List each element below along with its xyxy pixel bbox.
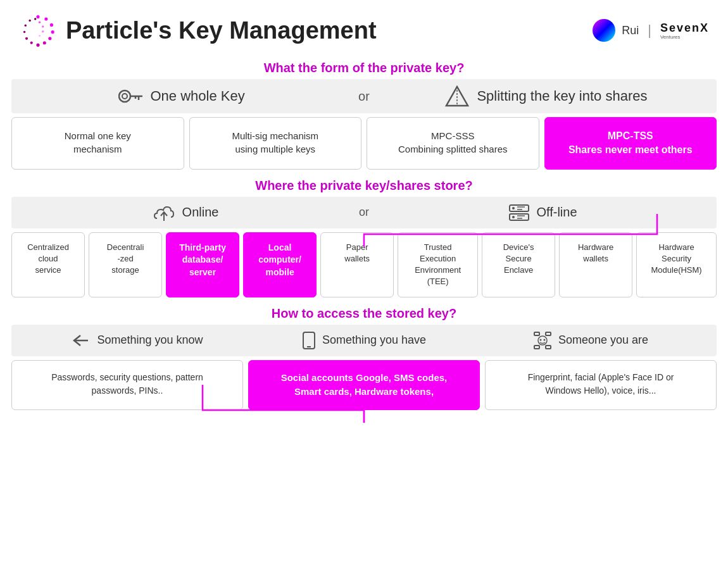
svg-point-10 [25, 25, 27, 27]
svg-rect-38 [546, 332, 551, 335]
avatar-icon [593, 19, 615, 42]
key-form-row: One whole Key or Splitting the key into … [11, 79, 717, 113]
access-are: Someone you are [477, 331, 704, 350]
svg-point-5 [43, 41, 46, 44]
page-title: Particle's Key Management [66, 17, 377, 44]
cloud-upload-icon [152, 203, 176, 222]
server-icon [508, 204, 530, 222]
svg-point-28 [512, 207, 515, 209]
svg-rect-37 [534, 332, 539, 335]
storage-box-hsm: HardwareSecurityModule(HSM) [636, 232, 717, 297]
mech-box-mpc-tss: MPC-TSSShares never meet others [544, 117, 717, 170]
storage-box-hardware-wallets: Hardwarewallets [559, 232, 632, 297]
mech-box-mpc-sss: MPC-SSSCombining splitted shares [367, 117, 539, 170]
storage-offline: Off-line [382, 204, 704, 222]
particle-logo-icon [19, 11, 57, 49]
svg-point-3 [51, 30, 54, 34]
key-form-right: Splitting the key into shares [389, 85, 704, 107]
header-right: Rui | SevenX Ventures [593, 19, 709, 42]
access-boxes-row: Passwords, security questions, patternpa… [0, 356, 728, 414]
rui-label: Rui [622, 24, 639, 37]
mechanism-row: Normal one keymechanism Multi-sig mechan… [0, 113, 728, 173]
key-form-or: or [339, 89, 389, 104]
phone-icon [302, 331, 316, 350]
svg-point-9 [23, 31, 25, 33]
svg-point-16 [39, 35, 41, 37]
storage-box-centralized: Centralizedcloudservice [11, 232, 85, 297]
storage-box-tee: TrustedExecutionEnvironment(TEE) [398, 232, 478, 297]
svg-point-7 [30, 42, 33, 44]
storage-boxes-row: Centralizedcloudservice Decentrali-zedst… [0, 228, 728, 301]
access-have: Something you have [251, 331, 477, 350]
svg-point-0 [36, 15, 39, 18]
svg-point-17 [119, 91, 130, 102]
access-header-row: Something you know Something you have So… [11, 325, 717, 356]
access-know-label: Something you know [97, 334, 203, 347]
mech-box-multisig: Multi-sig mechanismusing multiple keys [189, 117, 362, 170]
storage-box-paper: Paperwallets [320, 232, 394, 297]
access-box-are: Fingerprint, facial (Apple's Face ID orW… [485, 360, 717, 410]
key-form-left: One whole Key [24, 87, 339, 105]
svg-point-18 [122, 94, 127, 99]
storage-or: or [346, 206, 382, 219]
question1-label: What the form of the private key? [0, 61, 728, 75]
svg-point-29 [512, 216, 515, 218]
svg-point-2 [50, 23, 53, 27]
sevenx-brand: SevenX Ventures [660, 22, 709, 40]
svg-point-4 [48, 37, 51, 40]
key-form-right-label: Splitting the key into shares [477, 88, 647, 104]
mech-box-normal: Normal one keymechanism [11, 117, 184, 170]
question3-label: How to access the stored key? [0, 306, 728, 321]
storage-box-local: Localcomputer/mobile [243, 232, 317, 297]
svg-point-14 [42, 25, 44, 27]
access-box-have: Social accounts Google, SMS codes,Smart … [248, 360, 480, 410]
storage-box-secure-enclave: Device'sSecureEnclave [482, 232, 555, 297]
storage-online: Online [24, 203, 346, 222]
svg-point-13 [39, 21, 41, 23]
access-know: Something you know [24, 333, 251, 348]
face-scan-icon [533, 331, 552, 350]
key-form-left-label: One whole Key [150, 88, 244, 104]
offline-label: Off-line [536, 205, 577, 220]
svg-point-15 [42, 30, 44, 32]
svg-point-8 [25, 37, 28, 40]
svg-point-1 [44, 17, 47, 20]
svg-rect-40 [546, 346, 551, 349]
svg-point-12 [34, 18, 36, 20]
online-label: Online [182, 205, 219, 220]
svg-point-43 [543, 339, 545, 340]
svg-point-42 [539, 339, 541, 340]
access-are-label: Someone you are [558, 334, 648, 347]
divider: | [648, 22, 651, 39]
storage-box-decentralized: Decentrali-zedstorage [89, 232, 162, 297]
access-box-know: Passwords, security questions, patternpa… [11, 360, 243, 410]
svg-rect-39 [534, 346, 539, 349]
header-left: Particle's Key Management [19, 11, 377, 49]
storage-box-thirdparty: Third-partydatabase/server [166, 232, 239, 297]
split-key-icon [445, 85, 469, 107]
question2-label: Where the private key/shares store? [0, 178, 728, 193]
storage-header-row: Online or Off-line [11, 197, 717, 228]
key-icon [118, 87, 142, 105]
header: Particle's Key Management Rui | SevenX V… [0, 0, 728, 56]
access-have-label: Something you have [322, 334, 426, 347]
svg-point-6 [36, 44, 39, 47]
arrow-icon [72, 333, 91, 348]
svg-point-11 [28, 20, 30, 22]
